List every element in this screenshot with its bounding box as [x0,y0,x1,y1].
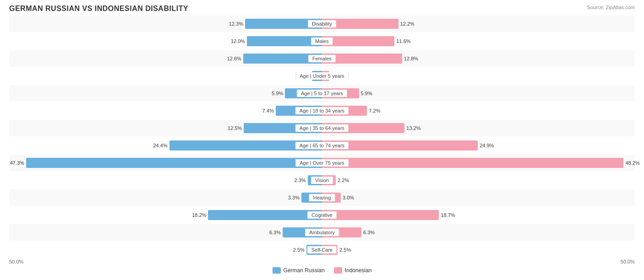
chart-title: GERMAN RUSSIAN VS INDONESIAN DISABILITY [9,5,635,13]
bar-row: 5.9%5.9%Age | 5 to 17 years [9,85,635,102]
bar-row: 1.6%1.2%Age | Under 5 years [9,68,635,84]
bar-pink: 7.2% [322,106,367,116]
left-section: 12.6% [9,50,322,67]
bar-pink: 3.0% [322,193,341,203]
blue-value-label: 12.6% [227,56,241,61]
bar-row: 2.5%2.5%Self-Care [9,242,635,258]
bar-blue: 3.3% [301,193,322,203]
bar-blue: 2.5% [306,245,322,255]
pink-value-label: 13.2% [406,125,420,131]
left-section: 24.4% [9,137,322,154]
left-section: 18.2% [9,207,322,223]
legend: German Russian Indonesian [9,267,635,274]
legend-blue-label: German Russian [284,267,325,274]
bar-pink: 5.9% [322,88,359,98]
left-section: 12.3% [9,16,322,32]
blue-value-label: 12.5% [228,125,242,131]
pink-value-label: 7.2% [369,108,380,113]
left-section: 1.6% [9,68,322,84]
bar-row: 12.0%11.6%Males [9,33,635,49]
bar-pink: 12.8% [322,54,402,64]
bar-blue: 1.6% [312,71,322,81]
left-section: 2.3% [9,172,322,188]
right-section: 12.8% [322,50,635,67]
bar-blue: 18.2% [208,210,322,220]
axis-left: 50.0% [9,259,23,264]
left-section: 5.9% [9,85,322,102]
blue-value-label: 12.0% [231,38,245,44]
source-label: Source: ZipAtlas.com [587,5,635,10]
right-section: 12.2% [322,16,635,32]
blue-value-label: 18.2% [192,212,206,218]
pink-value-label: 11.6% [396,38,410,44]
legend-item-blue: German Russian [273,267,325,274]
blue-value-label: 24.4% [153,143,168,148]
bar-pink: 2.2% [322,175,336,185]
blue-value-label: 12.3% [229,21,243,27]
bar-blue: 12.3% [245,19,322,29]
bar-row: 7.4%7.2%Age | 18 to 34 years [9,102,635,119]
pink-value-label: 24.9% [480,143,494,148]
bar-row: 18.2%18.7%Cognitive [9,207,635,223]
axis-labels: 50.0% 50.0% [9,259,635,264]
bar-pink: 1.2% [322,71,329,81]
blue-value-label: 5.9% [272,91,283,96]
bar-row: 12.3%12.2%Disability [9,16,635,32]
legend-item-pink: Indonesian [334,267,372,274]
chart-container: GERMAN RUSSIAN VS INDONESIAN DISABILITY … [0,0,644,280]
bar-row: 24.4%24.9%Age | 65 to 74 years [9,137,635,154]
bar-blue: 6.3% [283,227,322,237]
bar-pink: 18.7% [322,210,439,220]
bar-blue: 7.4% [276,106,322,116]
right-section: 3.0% [322,189,635,206]
bar-row: 2.3%2.2%Vision [9,172,635,188]
pink-value-label: 12.8% [404,56,418,61]
pink-value-label: 48.2% [625,160,639,166]
pink-value-label: 2.5% [339,247,351,253]
bar-pink: 13.2% [322,123,404,133]
pink-value-label: 1.2% [331,73,343,79]
bar-row: 3.3%3.0%Hearing [9,189,635,206]
right-section: 11.6% [322,33,635,49]
left-section: 47.3% [9,155,322,171]
legend-box-pink [334,267,342,274]
right-section: 18.7% [322,207,635,223]
bar-pink: 12.2% [322,19,398,29]
bar-blue: 12.6% [243,54,322,64]
bar-row: 47.3%48.2%Age | Over 75 years [9,155,635,171]
pink-value-label: 18.7% [441,212,455,218]
chart-area: 12.3%12.2%Disability12.0%11.6%Males12.6%… [9,16,635,258]
blue-value-label: 2.5% [293,247,305,253]
bar-blue: 2.3% [308,175,322,185]
right-section: 2.5% [322,242,635,258]
legend-pink-label: Indonesian [345,267,372,274]
bar-row: 12.6%12.8%Females [9,50,635,67]
right-section: 6.3% [322,224,635,241]
bar-row: 12.5%13.2%Age | 35 to 64 years [9,120,635,136]
right-section: 5.9% [322,85,635,102]
left-section: 3.3% [9,189,322,206]
bar-blue: 12.0% [247,36,322,46]
right-section: 1.2% [322,68,635,84]
bar-pink: 11.6% [322,36,394,46]
blue-value-label: 3.3% [288,195,300,200]
left-section: 6.3% [9,224,322,241]
left-section: 2.5% [9,242,322,258]
axis-right: 50.0% [621,259,635,264]
pink-value-label: 5.9% [361,91,372,96]
bar-blue: 24.4% [169,140,322,151]
right-section: 7.2% [322,102,635,119]
pink-value-label: 3.0% [343,195,354,200]
left-section: 7.4% [9,102,322,119]
blue-value-label: 1.6% [299,73,310,79]
bar-pink: 6.3% [322,227,361,237]
blue-value-label: 2.3% [295,178,306,183]
pink-value-label: 12.2% [400,21,415,27]
right-section: 48.2% [322,155,635,171]
bar-row: 6.3%6.3%Ambulatory [9,224,635,241]
left-section: 12.5% [9,120,322,136]
right-section: 13.2% [322,120,635,136]
bar-pink: 2.5% [322,245,338,255]
bar-blue: 12.5% [244,123,322,133]
legend-box-blue [273,267,281,274]
